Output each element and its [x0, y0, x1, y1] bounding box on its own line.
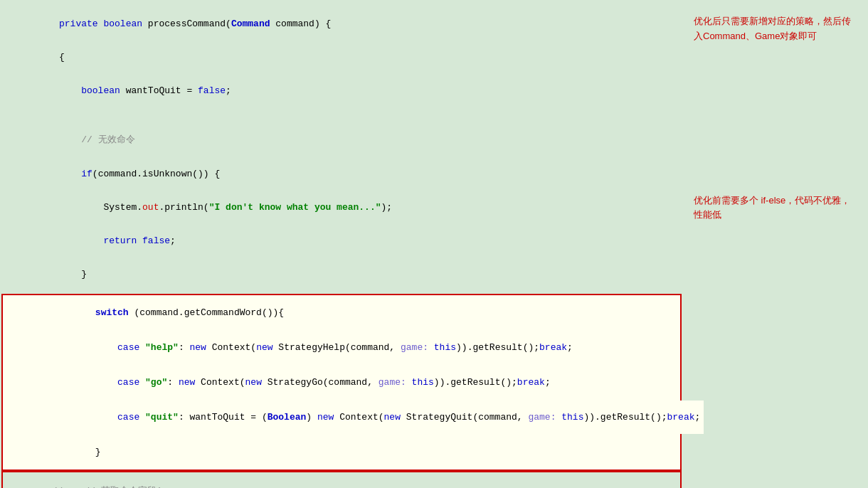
- case-quit: case "quit": wantToQuit = (Boolean) new …: [3, 400, 680, 435]
- switch-block: switch (command.getCommandWord()){ case …: [1, 294, 682, 471]
- annotation-bottom: 优化前需要多个 if-else，代码不优雅，性能低: [694, 186, 857, 223]
- code-line-return-false: return false;: [0, 224, 683, 258]
- switch-close: }: [3, 435, 680, 470]
- code-line-sysout: System.out.println("I don't know what yo…: [0, 191, 683, 224]
- case-go: case "go": new Context(new StrategyGo(co…: [3, 365, 680, 400]
- code-line-comment-cn1: // 无效命令: [0, 122, 683, 157]
- commented-block: // // 获取命令字段1 // String commandWord = co…: [1, 471, 682, 488]
- code-line-close-if: }: [0, 258, 683, 291]
- code-line-if: if(command.isUnknown()) {: [0, 157, 683, 191]
- annotation-panel: 优化后只需要新增对应的策略，然后传入Command、Game对象即可 优化前需要…: [683, 0, 868, 488]
- code-editor: private boolean processCommand(Command c…: [0, 0, 683, 488]
- code-line-bool: boolean wantToQuit = false;: [0, 74, 683, 107]
- comment-get-word: // // 获取命令字段1: [3, 472, 680, 488]
- annotation-top: 优化后只需要新增对应的策略，然后传入Command、Game对象即可: [694, 7, 857, 44]
- code-line-open-brace: {: [0, 41, 683, 74]
- switch-line: switch (command.getCommandWord()){: [3, 295, 680, 330]
- code-line-empty1: [0, 107, 683, 122]
- case-help: case "help": new Context(new StrategyHel…: [3, 330, 680, 365]
- code-line-signature: private boolean processCommand(Command c…: [0, 7, 683, 41]
